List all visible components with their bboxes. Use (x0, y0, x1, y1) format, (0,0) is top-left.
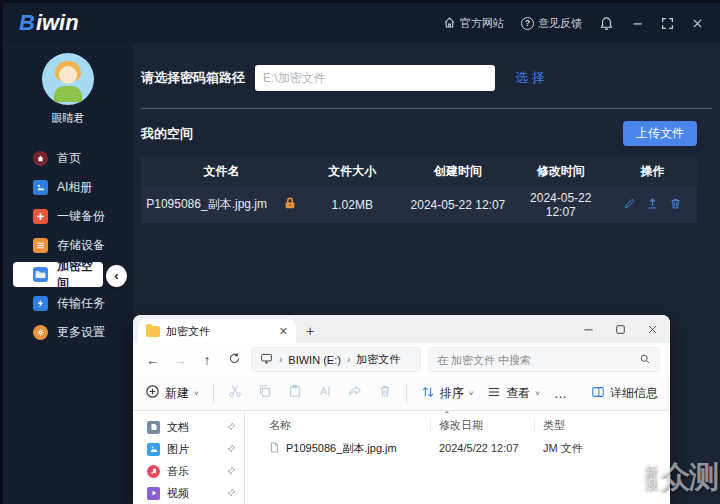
explorer-tab[interactable]: 加密文件 ✕ (138, 319, 296, 343)
gear-icon (33, 325, 48, 340)
sort-button[interactable]: 排序 ˅ (421, 385, 474, 402)
explorer-filelist: ⌃ 名称 修改日期 类型 P1095086_副本.jpg.jm 2024/5/2… (245, 411, 670, 504)
notification-bell-icon[interactable] (599, 16, 614, 31)
section-divider (141, 108, 712, 109)
home-icon (33, 151, 48, 166)
pin-icon (227, 421, 236, 433)
file-name: P1095086_副本.jpg.jm (146, 196, 267, 213)
details-pane-button[interactable]: 详细信息 (591, 385, 658, 402)
feedback-link[interactable]: ? 意见反馈 (521, 16, 582, 31)
my-space-title: 我的空间 (141, 125, 193, 143)
choose-path-link[interactable]: 选 择 (515, 69, 545, 87)
music-icon (147, 465, 160, 478)
explorer-search-box[interactable] (428, 347, 660, 372)
backup-icon (33, 209, 48, 224)
more-options-button[interactable]: … (554, 386, 568, 401)
user-avatar[interactable] (42, 53, 94, 105)
sort-ascending-caret-icon: ⌃ (443, 410, 451, 420)
official-website-link[interactable]: 官方网站 (443, 16, 504, 31)
delete-icon[interactable] (669, 197, 682, 213)
view-button[interactable]: 查看 ˅ (487, 385, 540, 402)
explorer-navpane: 文档 图片 音乐 视频 (133, 411, 245, 504)
column-header-name[interactable]: 名称 (255, 418, 431, 433)
close-button[interactable] (691, 17, 704, 30)
explorer-search-input[interactable] (437, 354, 639, 366)
file-created: 2024-05-22 12:07 (402, 198, 513, 212)
logo-rest: iwin (36, 10, 79, 35)
navpane-item-label: 音乐 (167, 464, 189, 479)
edit-icon[interactable] (623, 197, 636, 213)
navpane-item-videos[interactable]: 视频 (133, 482, 244, 504)
tab-close-icon[interactable]: ✕ (279, 325, 288, 338)
pictures-icon (147, 443, 160, 456)
explorer-close-button[interactable] (647, 321, 658, 339)
sidebar-collapse-button[interactable]: ‹ (106, 265, 127, 287)
sidebar-item-ai-album[interactable]: AI相册 (3, 173, 133, 202)
share-icon[interactable] (348, 384, 362, 402)
question-icon: ? (521, 17, 534, 30)
chevron-down-icon: ˅ (194, 389, 199, 398)
app-window: Biwin 官方网站 ? 意见反馈 眼睛君 首页 (0, 0, 720, 504)
view-icon (487, 385, 501, 402)
rename-icon[interactable] (318, 384, 332, 402)
column-header-type[interactable]: 类型 (535, 418, 621, 433)
up-icon[interactable]: ↑ (197, 352, 217, 368)
pin-icon (227, 443, 236, 455)
navpane-item-music[interactable]: 音乐 (133, 460, 244, 482)
fullscreen-button[interactable] (661, 17, 674, 30)
sidebar-item-home[interactable]: 首页 (3, 144, 133, 173)
explorer-toolbar: 新建 ˅ 排序 ˅ 查看 ˅ … (133, 376, 670, 411)
official-website-label: 官方网站 (460, 16, 504, 31)
navpane-item-label: 图片 (167, 442, 189, 457)
app-titlebar: Biwin 官方网站 ? 意见反馈 (3, 3, 720, 43)
sidebar-item-label: 加密空间 (57, 258, 103, 292)
sidebar-item-backup[interactable]: 一键备份 (3, 202, 133, 231)
sidebar-item-transfer-tasks[interactable]: 传输任务 (3, 289, 133, 318)
trash-icon[interactable] (378, 384, 392, 402)
table-header-row: 文件名 文件大小 创建时间 修改时间 操作 (141, 156, 697, 186)
chevron-down-icon: ˅ (469, 389, 474, 398)
new-tab-button[interactable]: + (306, 323, 314, 339)
file-type: JM 文件 (535, 441, 621, 456)
refresh-icon[interactable] (224, 352, 244, 368)
breadcrumb-drive[interactable]: BIWIN (E:) (288, 354, 341, 366)
explorer-minimize-button[interactable] (583, 321, 594, 339)
avatar-body (54, 86, 82, 102)
sidebar-item-storage[interactable]: 存储设备 (3, 231, 133, 260)
explorer-tabbar: 加密文件 ✕ + (133, 315, 670, 343)
navpane-item-pictures[interactable]: 图片 (133, 438, 244, 460)
col-header-modified: 修改时间 (514, 163, 609, 180)
sidebar-item-label: AI相册 (57, 179, 92, 196)
breadcrumb-folder[interactable]: 加密文件 (356, 352, 400, 367)
vault-path-label: 请选择密码箱路径 (141, 69, 245, 87)
back-icon[interactable]: ← (143, 352, 163, 368)
sidebar-item-encrypted-space[interactable]: 加密空间 ‹ (3, 260, 133, 289)
new-label: 新建 (165, 385, 189, 402)
upload-file-button[interactable]: 上传文件 (623, 121, 697, 146)
copy-icon[interactable] (258, 384, 272, 402)
address-bar[interactable]: › BIWIN (E:) › 加密文件 (251, 347, 421, 372)
username-label: 眼睛君 (3, 111, 133, 126)
cut-icon[interactable] (228, 384, 242, 402)
explorer-maximize-button[interactable] (615, 321, 626, 339)
col-header-actions: 操作 (608, 163, 697, 180)
export-icon[interactable] (646, 197, 659, 213)
file-size: 1.02MB (302, 198, 402, 212)
new-button[interactable]: 新建 ˅ (145, 384, 199, 402)
logo-letter-b: B (19, 10, 35, 35)
navpane-item-documents[interactable]: 文档 (133, 416, 244, 438)
videos-icon (147, 487, 160, 500)
vault-path-input[interactable] (255, 65, 495, 91)
minimize-button[interactable] (631, 17, 644, 30)
sidebar-item-more-settings[interactable]: 更多设置 (3, 318, 133, 347)
sidebar-menu: 首页 AI相册 一键备份 存储设备 加密空间 ‹ 传输任 (3, 144, 133, 347)
feedback-label: 意见反馈 (538, 16, 582, 31)
table-row[interactable]: P1095086_副本.jpg.jm 1.02MB 2024-05-22 12:… (141, 186, 697, 223)
forward-icon[interactable]: → (170, 352, 190, 368)
lock-icon (283, 196, 297, 213)
paste-icon[interactable] (288, 384, 302, 402)
folder-icon (146, 326, 160, 337)
sidebar-item-label: 更多设置 (57, 324, 105, 341)
storage-icon (33, 238, 48, 253)
file-row[interactable]: P1095086_副本.jpg.jm 2024/5/22 12:07 JM 文件 (255, 436, 670, 460)
